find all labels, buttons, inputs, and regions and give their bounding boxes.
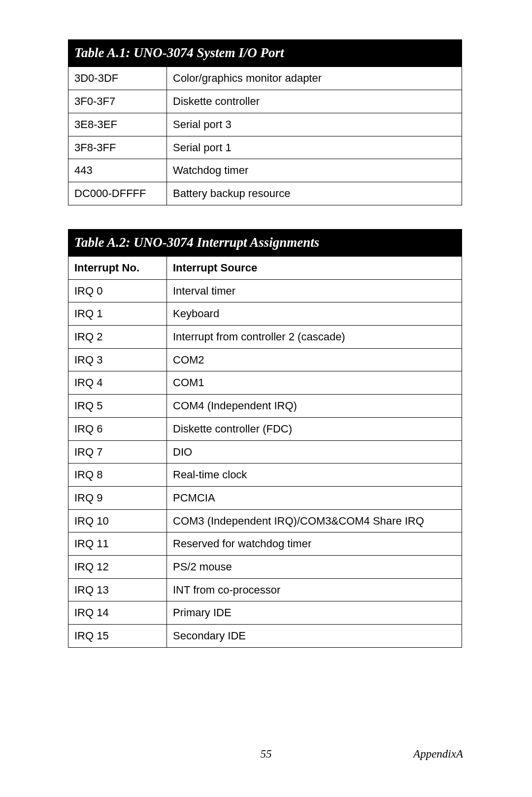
cell-src: Reserved for watchdog timer xyxy=(167,532,462,556)
cell-src: Interrupt from controller 2 (cascade) xyxy=(167,326,462,349)
table-row: IRQ 4COM1 xyxy=(68,371,462,395)
cell-src: Keyboard xyxy=(167,302,462,326)
table-row: IRQ 9PCMCIA xyxy=(68,486,462,509)
cell-irq: IRQ 7 xyxy=(68,440,167,464)
cell-src: PS/2 mouse xyxy=(167,555,462,578)
table-row: DC000-DFFFF Battery backup resource xyxy=(68,182,462,205)
table-row: IRQ 7DIO xyxy=(68,440,462,464)
table-row: IRQ 11Reserved for watchdog timer xyxy=(68,532,462,556)
cell-desc: Watchdog timer xyxy=(167,159,462,182)
cell-desc: Color/graphics monitor adapter xyxy=(167,67,462,90)
table-row: 3F8-3FF Serial port 1 xyxy=(68,136,462,159)
table-row: IRQ 10COM3 (Independent IRQ)/COM3&COM4 S… xyxy=(68,509,462,532)
cell-irq: IRQ 15 xyxy=(68,625,167,648)
table-row: 443 Watchdog timer xyxy=(68,159,462,182)
table-row: 3E8-3EF Serial port 3 xyxy=(68,113,462,136)
cell-irq: IRQ 0 xyxy=(68,279,167,302)
cell-src: DIO xyxy=(167,440,462,464)
table-row: 3D0-3DF Color/graphics monitor adapter xyxy=(68,67,462,90)
cell-src: Primary IDE xyxy=(167,601,462,625)
cell-desc: Diskette controller xyxy=(167,90,462,113)
cell-irq: IRQ 6 xyxy=(68,417,167,440)
cell-desc: Serial port 3 xyxy=(167,113,462,136)
table-row: IRQ 13INT from co-processor xyxy=(68,578,462,601)
page-number: 55 xyxy=(261,748,272,761)
cell-desc: Battery backup resource xyxy=(167,182,462,205)
table-row: IRQ 6Diskette controller (FDC) xyxy=(68,417,462,440)
cell-address: 3D0-3DF xyxy=(68,67,167,90)
table-row: IRQ 14Primary IDE xyxy=(68,601,462,625)
table-row: 3F0-3F7 Diskette controller xyxy=(68,90,462,113)
table-interrupt-assignments: Table A.2: UNO-3074 Interrupt Assignment… xyxy=(68,229,462,648)
cell-irq: IRQ 4 xyxy=(68,371,167,395)
cell-src: COM3 (Independent IRQ)/COM3&COM4 Share I… xyxy=(167,509,462,532)
table-row: IRQ 2Interrupt from controller 2 (cascad… xyxy=(68,326,462,349)
header-interrupt-source: Interrupt Source xyxy=(167,257,462,280)
table-row: IRQ 12PS/2 mouse xyxy=(68,555,462,578)
cell-irq: IRQ 12 xyxy=(68,555,167,578)
cell-address: 443 xyxy=(68,159,167,182)
cell-src: COM1 xyxy=(167,371,462,395)
table-io-port: Table A.1: UNO-3074 System I/O Port 3D0-… xyxy=(68,39,462,205)
cell-src: Diskette controller (FDC) xyxy=(167,417,462,440)
cell-src: Secondary IDE xyxy=(167,625,462,648)
cell-address: 3F8-3FF xyxy=(68,136,167,159)
cell-irq: IRQ 14 xyxy=(68,601,167,625)
cell-address: 3E8-3EF xyxy=(68,113,167,136)
cell-irq: IRQ 10 xyxy=(68,509,167,532)
table-title-row: Table A.2: UNO-3074 Interrupt Assignment… xyxy=(68,229,462,256)
table-row: IRQ 1Keyboard xyxy=(68,302,462,326)
cell-irq: IRQ 11 xyxy=(68,532,167,556)
cell-address: DC000-DFFFF xyxy=(68,182,167,205)
table-row: IRQ 3COM2 xyxy=(68,348,462,371)
table-row: IRQ 8Real-time clock xyxy=(68,464,462,487)
cell-src: INT from co-processor xyxy=(167,578,462,601)
cell-irq: IRQ 5 xyxy=(68,395,167,418)
cell-src: Interval timer xyxy=(167,279,462,302)
cell-irq: IRQ 9 xyxy=(68,486,167,509)
table-title: Table A.1: UNO-3074 System I/O Port xyxy=(68,40,462,67)
table-title: Table A.2: UNO-3074 Interrupt Assignment… xyxy=(68,229,462,256)
cell-irq: IRQ 13 xyxy=(68,578,167,601)
cell-irq: IRQ 3 xyxy=(68,348,167,371)
page-content: Table A.1: UNO-3074 System I/O Port 3D0-… xyxy=(68,39,462,648)
table-row: IRQ 5COM4 (Independent IRQ) xyxy=(68,395,462,418)
cell-src: PCMCIA xyxy=(167,486,462,509)
table-header-row: Interrupt No. Interrupt Source xyxy=(68,257,462,280)
cell-irq: IRQ 1 xyxy=(68,302,167,326)
cell-src: COM2 xyxy=(167,348,462,371)
appendix-label: AppendixA xyxy=(413,748,463,761)
cell-src: COM4 (Independent IRQ) xyxy=(167,395,462,418)
table-row: IRQ 15Secondary IDE xyxy=(68,625,462,648)
cell-desc: Serial port 1 xyxy=(167,136,462,159)
cell-irq: IRQ 8 xyxy=(68,464,167,487)
cell-src: Real-time clock xyxy=(167,464,462,487)
cell-address: 3F0-3F7 xyxy=(68,90,167,113)
table-row: IRQ 0Interval timer xyxy=(68,279,462,302)
cell-irq: IRQ 2 xyxy=(68,326,167,349)
table-title-row: Table A.1: UNO-3074 System I/O Port xyxy=(68,40,462,67)
header-interrupt-no: Interrupt No. xyxy=(68,257,167,280)
